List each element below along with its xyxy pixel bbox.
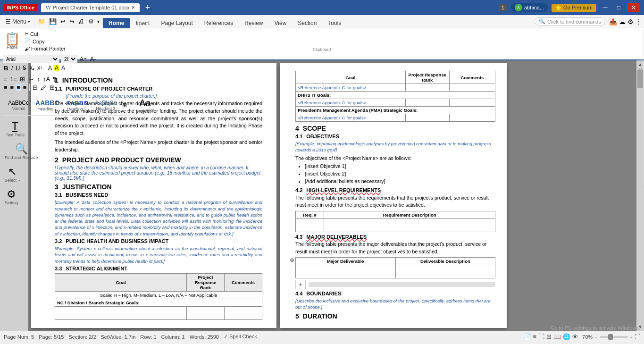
show-marks-button[interactable]: ¶ (52, 76, 57, 83)
copy-label: Copy (33, 39, 45, 44)
zoom-in-button[interactable]: + (630, 334, 633, 340)
redo-icon[interactable]: ↪ (68, 18, 76, 25)
document-tab[interactable]: W Project Charter Template 01.docx × (41, 3, 139, 12)
deliverables-table: Major Deliverable Deliverable Descriptio… (295, 257, 495, 278)
tab-references[interactable]: References (199, 18, 239, 28)
zoom-out-button[interactable]: − (594, 334, 597, 340)
section-4-1-italic: [Example: Improving epidemiologic analys… (295, 141, 495, 153)
font-size-select[interactable]: 26 (61, 55, 77, 63)
table-cell-empty3 (225, 306, 262, 319)
style-normal-preview: AaBbCc (8, 100, 29, 106)
reading-icon[interactable]: 📖 (553, 333, 561, 340)
styles-expand-item[interactable]: ⊞ (120, 101, 129, 109)
sort-button[interactable]: ↕A (42, 76, 51, 83)
find-replace-icon: 🔍 (15, 143, 28, 155)
goal-table-r2-c2 (405, 99, 449, 107)
deliv-row-empty1 (296, 265, 396, 278)
add-row-icon[interactable]: + (295, 280, 306, 289)
increase-font-button[interactable]: A+ (79, 56, 88, 62)
decrease-font-button[interactable]: A- (89, 56, 97, 62)
settings-icon[interactable]: ⚙ (627, 18, 634, 25)
doc-icon: W (46, 5, 50, 10)
new-tab-button[interactable]: + (143, 3, 152, 13)
tab-review[interactable]: Review (239, 18, 268, 28)
save-icon[interactable]: 💾 (48, 18, 58, 25)
style-heading3-item[interactable]: AaBbCc Heading 3 (92, 99, 120, 112)
line-spacing-button[interactable]: ↕ (36, 76, 41, 83)
styles-more-icon: ⊞ (122, 102, 127, 109)
text-tools-button[interactable]: T̲ Text Tools (4, 119, 26, 138)
new-style-button[interactable]: Aa New Style (133, 97, 158, 114)
search-box[interactable]: 🔍 Click to find commands (535, 17, 605, 25)
fit-page-button[interactable]: ⛶ (635, 334, 640, 340)
tab-view[interactable]: View (269, 18, 293, 28)
copy-button[interactable]: 📄 Copy (23, 38, 67, 45)
outline-view-icon[interactable]: ≡ (533, 333, 537, 340)
customize-icon[interactable]: ⚙ (87, 18, 95, 25)
premium-button[interactable]: ⭐ Go Premium (552, 4, 596, 12)
menu-button[interactable]: ☰ Menu ▾ (2, 17, 34, 26)
fullscreen-icon[interactable]: ⛶ (538, 333, 544, 340)
eye-icon[interactable]: 👁 (572, 333, 578, 340)
close-tab-icon[interactable]: × (132, 4, 135, 11)
indent-more-button[interactable]: → (27, 76, 35, 83)
cloud-icon[interactable]: ☁ (619, 18, 626, 25)
table-scrollbar[interactable] (309, 282, 495, 287)
spell-check-status[interactable]: ✓ Spell Check (224, 334, 257, 340)
section-3-2-italic: [Example: System x collects information … (55, 245, 262, 264)
minimize-button[interactable]: ─ (600, 4, 611, 11)
style-heading1-item[interactable]: AABBC Heading 1 (33, 98, 62, 112)
find-replace-button[interactable]: 🔍 Find and Replace (3, 142, 40, 161)
close-window-button[interactable]: ✕ (627, 3, 640, 12)
dropdown-arrow[interactable]: ▾ (96, 19, 100, 24)
undo-icon[interactable]: ↩ (59, 18, 67, 25)
goal-table-dhhs: DHHS IT Goals: (296, 92, 495, 99)
outline-button[interactable]: ⊞ (19, 76, 26, 83)
page-num-status: Page Num: 5 (4, 334, 34, 340)
cut-label: Cut (30, 31, 38, 37)
tab-section[interactable]: Section (292, 18, 322, 28)
setting-button[interactable]: ⚙ Setting (3, 187, 20, 206)
quick-print-icon[interactable]: 🖨 (77, 18, 86, 25)
ribbon-tabs: Home Insert Page Layout References Revie… (103, 15, 347, 28)
maximize-button[interactable]: □ (614, 4, 623, 11)
style-normal-item[interactable]: AaBbCc Normal (5, 99, 32, 112)
words-status: Words: 2590 (190, 334, 219, 340)
style-heading2-item[interactable]: AABBC Heading 2 (63, 99, 91, 112)
select-icon: ↖ (8, 166, 17, 178)
zoom-slider-track[interactable] (600, 336, 628, 338)
tab-home[interactable]: Home (103, 18, 130, 28)
bullets-button[interactable]: ≡ (3, 76, 8, 83)
zoom-control: 70% − + ⛶ (582, 334, 640, 340)
toolbar-actions: 📤 ☁ ⚙ ⋮ (609, 18, 642, 25)
section-3-2-num: 3.2 (55, 238, 62, 244)
numbering-button[interactable]: 1≡ (9, 76, 18, 83)
section-5-title: DURATION (303, 312, 337, 320)
section-4-1-num: 4.1 (295, 134, 302, 139)
web-icon[interactable]: 🌐 (563, 333, 570, 340)
section-status: Section: 2/2 (68, 334, 96, 340)
add-row-button[interactable]: ⊕ (290, 257, 294, 263)
tab-tools[interactable]: Tools (322, 18, 347, 28)
cut-button[interactable]: ✂ Cut (23, 30, 67, 37)
open-icon[interactable]: 📁 (36, 18, 47, 25)
goal-table-r1-c3 (449, 84, 495, 92)
share-icon[interactable]: 📤 (609, 18, 617, 25)
wps-logo[interactable]: WPS Office (4, 4, 37, 11)
zoom-slider-thumb[interactable] (608, 334, 613, 340)
style-h2-label: Heading 2 (67, 107, 87, 111)
find-replace-label: Find and Replace (5, 155, 38, 160)
section-4-title: SCOPE (303, 125, 326, 132)
req-row-empty1 (296, 219, 324, 232)
table-cell-scale: Scale: H – High, M- Medium, L – Low, N/A… (55, 291, 262, 299)
account-button[interactable]: A abhina... (511, 3, 548, 12)
section-4-1-title: OBJECTIVES (306, 134, 339, 139)
page-view-icon[interactable]: 📄 (524, 333, 531, 340)
tab-insert[interactable]: Insert (130, 18, 155, 28)
select-button[interactable]: ↖ Select ~ (3, 165, 22, 184)
tab-page-layout[interactable]: Page Layout (155, 18, 198, 28)
split-view-icon[interactable]: ⊟ (546, 333, 552, 340)
font-name-select[interactable]: Arial (3, 55, 59, 63)
text-tools-label: Text Tools (6, 133, 25, 137)
overflow-icon[interactable]: ⋮ (636, 18, 642, 25)
